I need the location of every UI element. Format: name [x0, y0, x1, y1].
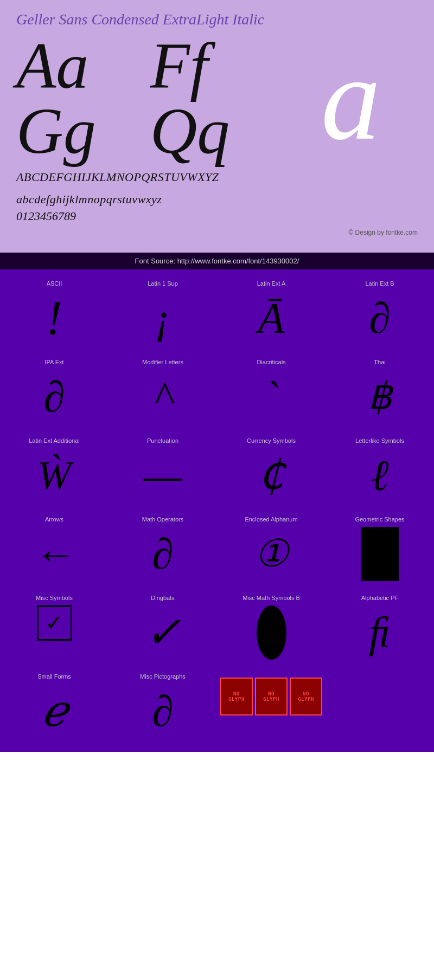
- label-currency: Currency Symbols: [247, 437, 296, 444]
- label-misc-symbols: Misc Symbols: [36, 595, 73, 601]
- cell-small-forms: Small Forms ℯ: [0, 668, 108, 746]
- symbol-latin1sup: ¡: [154, 291, 171, 345]
- cell-misc-picto: Misc Pictographs ∂: [108, 668, 217, 746]
- label-latin-ext-a: Latin Ext A: [257, 280, 286, 287]
- symbol-modifier: ^: [154, 370, 172, 424]
- cell-latin1sup: Latin 1 Sup ¡: [108, 275, 217, 353]
- label-alpha-pf: Alphabetic PF: [361, 595, 398, 601]
- label-dingbats: Dingbats: [151, 595, 174, 601]
- symbol-thai: ฿: [368, 370, 392, 424]
- symbol-ascii: !: [46, 291, 62, 345]
- label-diacriticals: Diacriticals: [257, 359, 285, 365]
- label-ascii: ASCII: [47, 280, 62, 287]
- glyph-aa: Aa: [16, 34, 150, 99]
- cell-diacriticals: Diacriticals `: [217, 353, 326, 432]
- cell-arrows: Arrows ←: [0, 511, 108, 589]
- glyph-grid-area: ASCII ! Latin 1 Sup ¡ Latin Ext A Ā Lati…: [0, 269, 434, 752]
- label-latin-ext-b: Latin Ext B: [365, 280, 394, 287]
- symbol-latin-ext-b: ∂: [369, 291, 391, 345]
- cell-modifier: Modifier Letters ^: [108, 353, 217, 432]
- cell-ipa-ext: IPA Ext ∂: [0, 353, 108, 432]
- label-latin1sup: Latin 1 Sup: [148, 280, 178, 287]
- noglyph-box-1b: NOGLYPH: [255, 678, 288, 715]
- label-arrows: Arrows: [45, 516, 63, 523]
- glyph-big-a: a: [284, 34, 418, 164]
- source-bar: Font Source: http://www.fontke.com/font/…: [0, 253, 434, 269]
- uppercase-alphabet: ABCDEFGHIJKLMNOPQRSTUVWXYZ: [16, 169, 418, 186]
- label-small-forms: Small Forms: [37, 673, 71, 680]
- symbol-latin-ext-a: Ā: [258, 291, 285, 345]
- label-letterlike: Letterlike Symbols: [355, 437, 404, 444]
- glyph-ff: Ff: [150, 34, 284, 99]
- symbol-geometric: [361, 527, 399, 581]
- cell-enclosed: Enclosed Alphanum ①: [217, 511, 326, 589]
- symbol-dingbats: ✓: [145, 605, 181, 660]
- cell-latin-ext-a: Latin Ext A Ā: [217, 275, 326, 353]
- symbol-arrows: ←: [34, 527, 75, 581]
- specimen-glyphs: Aa Ff a Gg Qq: [16, 34, 418, 164]
- symbol-math-ops: ∂: [152, 527, 174, 581]
- cell-empty: [326, 668, 434, 746]
- symbol-punctuation: —: [143, 448, 182, 502]
- source-text: Font Source: http://www.fontke.com/font/…: [135, 257, 299, 265]
- cell-dingbats: Dingbats ✓: [108, 589, 217, 668]
- specimen-area: Geller Sans Condensed ExtraLight Italic …: [0, 0, 434, 253]
- cell-currency: Currency Symbols ₵: [217, 432, 326, 511]
- glyph-gg: Gg: [16, 99, 150, 164]
- label-latin-ext-add: Latin Ext Additional: [29, 437, 80, 444]
- symbol-misc-picto: ∂: [152, 684, 174, 738]
- cell-punctuation: Punctuation —: [108, 432, 217, 511]
- cell-geometric: Geometric Shapes: [326, 511, 434, 589]
- lowercase-alphabet: abcdefghijklmnopqrstuvwxyz: [16, 191, 418, 208]
- noglyph-box-1c: NOGLYPH: [290, 678, 322, 715]
- label-modifier: Modifier Letters: [142, 359, 183, 365]
- cell-ascii: ASCII !: [0, 275, 108, 353]
- symbol-alpha-pf: ﬁ: [369, 605, 391, 660]
- cell-latin-ext-b: Latin Ext B ∂: [326, 275, 434, 353]
- symbol-currency: ₵: [258, 448, 284, 502]
- symbol-letterlike: ℓ: [371, 448, 388, 502]
- glyph-grid: ASCII ! Latin 1 Sup ¡ Latin Ext A Ā Lati…: [0, 275, 434, 746]
- symbol-enclosed: ①: [254, 527, 289, 581]
- label-ipa-ext: IPA Ext: [44, 359, 63, 365]
- symbol-ipa-ext: ∂: [43, 370, 65, 424]
- label-geometric: Geometric Shapes: [355, 516, 404, 523]
- symbol-misc-symbols: ✓: [37, 605, 72, 641]
- cell-latin-ext-add: Latin Ext Additional Ẁ: [0, 432, 108, 511]
- noglyph-group-1: NOGLYPH NOGLYPH NOGLYPH: [220, 678, 322, 715]
- cell-noglyph-1: NOGLYPH NOGLYPH NOGLYPH: [217, 668, 326, 746]
- font-title: Geller Sans Condensed ExtraLight Italic: [16, 11, 418, 28]
- symbol-misc-math: [257, 605, 286, 660]
- numbers: 0123456789: [16, 209, 418, 223]
- design-credit: © Design by fontke.com: [16, 229, 418, 236]
- noglyph-box-1a: NOGLYPH: [220, 678, 253, 715]
- cell-thai: Thai ฿: [326, 353, 434, 432]
- label-enclosed: Enclosed Alphanum: [245, 516, 297, 523]
- label-punctuation: Punctuation: [147, 437, 178, 444]
- cell-math-ops: Math Operators ∂: [108, 511, 217, 589]
- label-misc-math: Misc Math Symbols B: [242, 595, 300, 601]
- cell-alpha-pf: Alphabetic PF ﬁ: [326, 589, 434, 668]
- symbol-small-forms: ℯ: [42, 684, 67, 738]
- symbol-diacriticals: `: [264, 370, 279, 424]
- symbol-latin-ext-add: Ẁ: [37, 448, 71, 502]
- cell-misc-symbols: Misc Symbols ✓: [0, 589, 108, 668]
- cell-misc-math: Misc Math Symbols B: [217, 589, 326, 668]
- label-thai: Thai: [374, 359, 385, 365]
- glyph-qq: Qq: [150, 99, 284, 164]
- cell-letterlike: Letterlike Symbols ℓ: [326, 432, 434, 511]
- label-misc-picto: Misc Pictographs: [140, 673, 186, 680]
- label-math-ops: Math Operators: [142, 516, 183, 523]
